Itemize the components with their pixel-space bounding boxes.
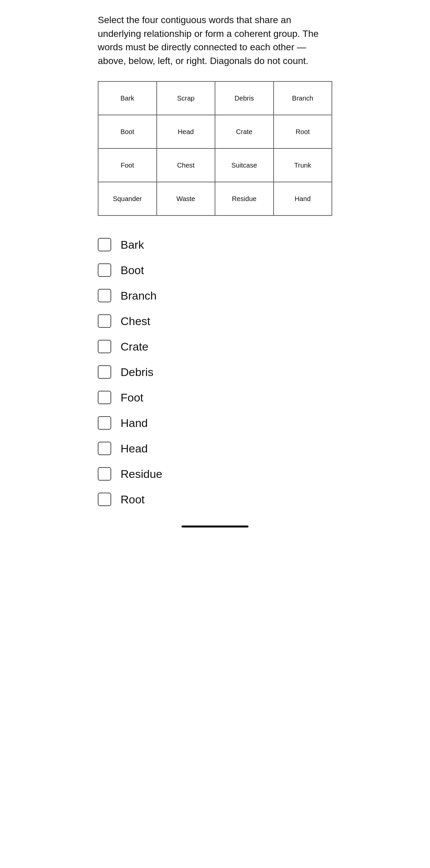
checkbox-box-crate[interactable] bbox=[98, 340, 111, 353]
checkbox-box-debris[interactable] bbox=[98, 365, 111, 379]
checkbox-item-debris[interactable]: Debris bbox=[98, 359, 332, 385]
grid-cell-r2-c3: Trunk bbox=[274, 149, 332, 182]
grid-cell-r1-c2: Crate bbox=[215, 115, 274, 149]
grid-cell-r1-c3: Root bbox=[274, 115, 332, 149]
grid-cell-r2-c2: Suitcase bbox=[215, 149, 274, 182]
checkbox-item-root[interactable]: Root bbox=[98, 487, 332, 512]
grid-cell-r0-c0: Bark bbox=[98, 82, 157, 115]
checkbox-item-boot[interactable]: Boot bbox=[98, 257, 332, 283]
checkbox-box-chest[interactable] bbox=[98, 314, 111, 328]
checkbox-box-bark[interactable] bbox=[98, 238, 111, 251]
checkbox-item-residue[interactable]: Residue bbox=[98, 461, 332, 487]
checkbox-label-foot: Foot bbox=[121, 391, 143, 404]
checkbox-item-crate[interactable]: Crate bbox=[98, 334, 332, 359]
checkbox-box-boot[interactable] bbox=[98, 264, 111, 277]
grid-cell-r0-c2: Debris bbox=[215, 82, 274, 115]
grid-cell-r1-c0: Boot bbox=[98, 115, 157, 149]
checkbox-box-root[interactable] bbox=[98, 493, 111, 506]
checkbox-label-bark: Bark bbox=[121, 238, 144, 251]
grid-cell-r3-c2: Residue bbox=[215, 182, 274, 216]
word-grid: BarkScrapDebrisBranchBootHeadCrateRootFo… bbox=[98, 81, 332, 216]
checkbox-label-boot: Boot bbox=[121, 264, 144, 277]
grid-cell-r3-c3: Hand bbox=[274, 182, 332, 216]
grid-cell-r0-c3: Branch bbox=[274, 82, 332, 115]
checkbox-box-branch[interactable] bbox=[98, 289, 111, 302]
checkbox-item-bark[interactable]: Bark bbox=[98, 232, 332, 257]
checkbox-label-branch: Branch bbox=[121, 289, 157, 302]
checkbox-label-crate: Crate bbox=[121, 340, 148, 353]
grid-cell-r1-c1: Head bbox=[157, 115, 215, 149]
grid-cell-r2-c1: Chest bbox=[157, 149, 215, 182]
checkbox-label-hand: Hand bbox=[121, 416, 148, 430]
checkbox-box-hand[interactable] bbox=[98, 416, 111, 430]
checkbox-label-debris: Debris bbox=[121, 366, 154, 379]
checkbox-item-chest[interactable]: Chest bbox=[98, 308, 332, 334]
grid-cell-r0-c1: Scrap bbox=[157, 82, 215, 115]
grid-cell-r2-c0: Foot bbox=[98, 149, 157, 182]
checkbox-item-branch[interactable]: Branch bbox=[98, 283, 332, 308]
bottom-bar bbox=[181, 526, 249, 527]
grid-cell-r3-c1: Waste bbox=[157, 182, 215, 216]
checkbox-box-residue[interactable] bbox=[98, 467, 111, 480]
checkbox-item-head[interactable]: Head bbox=[98, 436, 332, 461]
grid-cell-r3-c0: Squander bbox=[98, 182, 157, 216]
instructions-text: Select the four contiguous words that sh… bbox=[98, 13, 332, 68]
checkbox-label-residue: Residue bbox=[121, 467, 162, 480]
checkbox-box-foot[interactable] bbox=[98, 391, 111, 404]
checkbox-label-root: Root bbox=[121, 493, 145, 506]
checkbox-label-head: Head bbox=[121, 442, 148, 455]
checkbox-label-chest: Chest bbox=[121, 315, 151, 328]
checkbox-item-foot[interactable]: Foot bbox=[98, 385, 332, 410]
checkbox-list: BarkBootBranchChestCrateDebrisFootHandHe… bbox=[98, 232, 332, 512]
checkbox-box-head[interactable] bbox=[98, 442, 111, 455]
checkbox-item-hand[interactable]: Hand bbox=[98, 410, 332, 436]
